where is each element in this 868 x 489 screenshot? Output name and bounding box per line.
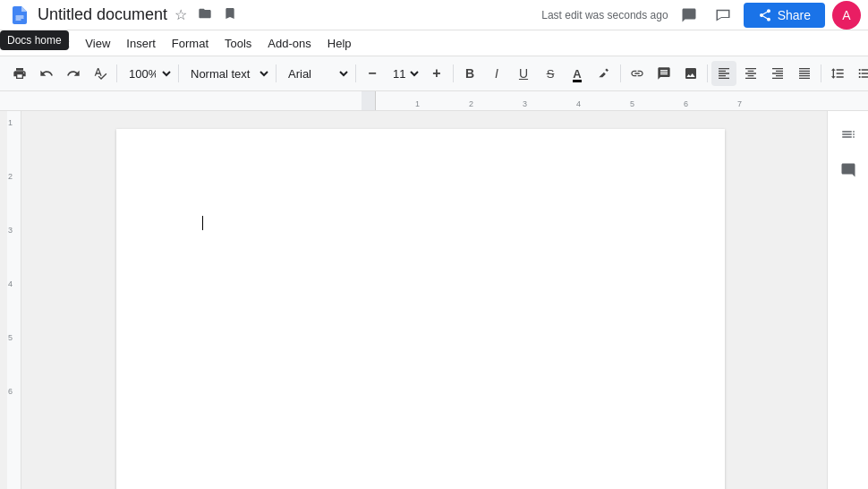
print-button[interactable] — [7, 61, 32, 86]
share-label: Share — [778, 8, 811, 22]
separator-1 — [116, 64, 117, 82]
ruler-mark-7: 7 — [737, 99, 742, 108]
zoom-select[interactable]: 100% 75% 125% 150% — [121, 61, 174, 86]
last-edit-status: Last edit was seconds ago — [541, 9, 668, 21]
separator-5 — [453, 64, 454, 82]
separator-3 — [276, 64, 277, 82]
menu-help[interactable]: Help — [320, 33, 359, 54]
line-spacing-button[interactable] — [825, 61, 850, 86]
vruler-mark-2: 2 — [8, 172, 13, 181]
docs-logo-icon[interactable] — [7, 3, 32, 28]
highlight-button[interactable] — [591, 61, 617, 86]
font-size-decrease-button[interactable]: − — [360, 61, 385, 86]
vruler-mark-3: 3 — [8, 226, 13, 235]
undo-button[interactable] — [34, 61, 59, 86]
left-gutter — [0, 111, 7, 489]
chat-icon[interactable] — [676, 2, 702, 29]
comment-button[interactable] — [651, 61, 677, 86]
menu-bar: File Edit View Insert Format Tools Add-o… — [0, 30, 868, 56]
link-button[interactable] — [625, 61, 650, 86]
toolbar: 100% 75% 125% 150% Normal text Heading 1… — [0, 56, 868, 91]
ruler-mark-1: 1 — [415, 99, 420, 108]
ruler-mark-3: 3 — [523, 99, 527, 108]
align-right-button[interactable] — [765, 61, 790, 86]
share-button[interactable]: Share — [744, 3, 825, 28]
separator-4 — [355, 64, 356, 82]
main-area: 1 2 3 4 5 6 — [0, 111, 868, 489]
move-icon[interactable] — [194, 4, 216, 26]
title-bar: Untitled document ☆ Last edit was second… — [0, 0, 868, 30]
ruler-mark-5: 5 — [630, 99, 634, 108]
style-select[interactable]: Normal text Heading 1 Heading 2 Title — [183, 61, 272, 86]
font-size-select[interactable]: 118910 12141824 — [387, 61, 422, 86]
present-icon[interactable] — [710, 2, 736, 29]
redo-button[interactable] — [61, 61, 86, 86]
avatar[interactable]: A — [832, 1, 861, 30]
vruler-mark-5: 5 — [8, 333, 13, 342]
bullets-button[interactable] — [852, 61, 868, 86]
vruler-mark-6: 6 — [8, 387, 13, 396]
tab-comments-button[interactable] — [832, 154, 864, 186]
menu-view[interactable]: View — [78, 33, 117, 54]
ruler-mark-4: 4 — [576, 99, 581, 108]
separator-2 — [178, 64, 179, 82]
text-color-button[interactable]: A — [565, 61, 590, 86]
italic-button[interactable]: I — [484, 61, 509, 86]
align-left-button[interactable] — [711, 61, 736, 86]
text-cursor — [202, 216, 203, 230]
document-area[interactable] — [21, 111, 820, 489]
menu-format[interactable]: Format — [165, 33, 216, 54]
align-center-button[interactable] — [738, 61, 763, 86]
font-name-select[interactable]: Arial Times New Roman Courier New — [280, 61, 352, 86]
star-icon[interactable]: ☆ — [171, 4, 191, 25]
docs-home-tooltip: Docs home — [0, 30, 69, 50]
menu-tools[interactable]: Tools — [217, 33, 259, 54]
tab-panel — [827, 111, 868, 489]
ruler: 1 2 3 4 5 6 7 — [0, 91, 868, 111]
vertical-ruler: 1 2 3 4 5 6 — [7, 111, 21, 489]
underline-button[interactable]: U — [511, 61, 536, 86]
bold-button[interactable]: B — [457, 61, 482, 86]
strikethrough-button[interactable]: S — [538, 61, 563, 86]
bookmark-icon[interactable] — [219, 4, 241, 26]
tab-outline-button[interactable] — [832, 118, 864, 150]
separator-8 — [821, 64, 821, 82]
image-button[interactable] — [678, 61, 703, 86]
vruler-mark-4: 4 — [8, 279, 13, 288]
vruler-mark-1: 1 — [8, 118, 13, 127]
spell-check-button[interactable] — [88, 61, 113, 86]
font-size-increase-button[interactable]: + — [424, 61, 449, 86]
title-right-actions: Last edit was seconds ago Share A — [541, 1, 861, 30]
title-section: Untitled document ☆ — [38, 4, 541, 26]
separator-6 — [620, 64, 621, 82]
ruler-content: 1 2 3 4 5 6 7 — [362, 91, 680, 111]
menu-addons[interactable]: Add-ons — [260, 33, 318, 54]
ruler-mark-6: 6 — [684, 99, 688, 108]
document-page[interactable] — [116, 129, 725, 489]
right-gutter — [820, 111, 827, 489]
ruler-mark-2: 2 — [469, 99, 473, 108]
document-title[interactable]: Untitled document — [38, 5, 167, 24]
justify-button[interactable] — [792, 61, 817, 86]
menu-insert[interactable]: Insert — [119, 33, 163, 54]
separator-7 — [707, 64, 708, 82]
